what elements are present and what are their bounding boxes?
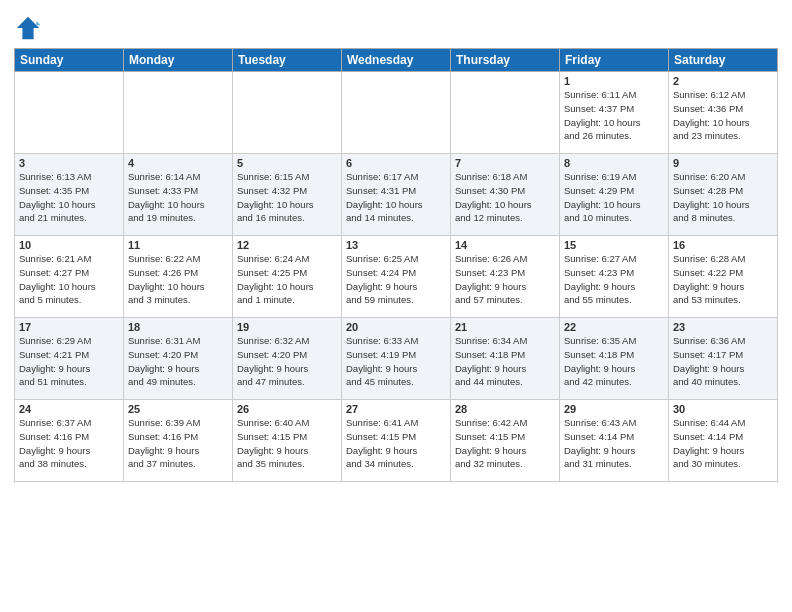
weekday-header: Wednesday [342, 49, 451, 72]
calendar-cell: 1Sunrise: 6:11 AM Sunset: 4:37 PM Daylig… [560, 72, 669, 154]
day-info: Sunrise: 6:31 AM Sunset: 4:20 PM Dayligh… [128, 334, 228, 389]
day-number: 6 [346, 157, 446, 169]
calendar-cell: 13Sunrise: 6:25 AM Sunset: 4:24 PM Dayli… [342, 236, 451, 318]
calendar-cell: 24Sunrise: 6:37 AM Sunset: 4:16 PM Dayli… [15, 400, 124, 482]
day-number: 11 [128, 239, 228, 251]
calendar-week-row: 1Sunrise: 6:11 AM Sunset: 4:37 PM Daylig… [15, 72, 778, 154]
day-info: Sunrise: 6:20 AM Sunset: 4:28 PM Dayligh… [673, 170, 773, 225]
day-number: 13 [346, 239, 446, 251]
weekday-header: Thursday [451, 49, 560, 72]
day-info: Sunrise: 6:24 AM Sunset: 4:25 PM Dayligh… [237, 252, 337, 307]
day-number: 22 [564, 321, 664, 333]
day-number: 17 [19, 321, 119, 333]
calendar-cell [342, 72, 451, 154]
calendar-cell: 21Sunrise: 6:34 AM Sunset: 4:18 PM Dayli… [451, 318, 560, 400]
logo-icon [14, 14, 42, 42]
day-number: 3 [19, 157, 119, 169]
calendar-cell: 29Sunrise: 6:43 AM Sunset: 4:14 PM Dayli… [560, 400, 669, 482]
day-info: Sunrise: 6:32 AM Sunset: 4:20 PM Dayligh… [237, 334, 337, 389]
calendar-cell [451, 72, 560, 154]
calendar-cell: 15Sunrise: 6:27 AM Sunset: 4:23 PM Dayli… [560, 236, 669, 318]
day-number: 27 [346, 403, 446, 415]
day-info: Sunrise: 6:15 AM Sunset: 4:32 PM Dayligh… [237, 170, 337, 225]
day-info: Sunrise: 6:14 AM Sunset: 4:33 PM Dayligh… [128, 170, 228, 225]
header [14, 10, 778, 42]
calendar-week-row: 3Sunrise: 6:13 AM Sunset: 4:35 PM Daylig… [15, 154, 778, 236]
day-info: Sunrise: 6:43 AM Sunset: 4:14 PM Dayligh… [564, 416, 664, 471]
calendar: SundayMondayTuesdayWednesdayThursdayFrid… [14, 48, 778, 482]
calendar-header-row: SundayMondayTuesdayWednesdayThursdayFrid… [15, 49, 778, 72]
day-number: 10 [19, 239, 119, 251]
calendar-cell: 28Sunrise: 6:42 AM Sunset: 4:15 PM Dayli… [451, 400, 560, 482]
day-info: Sunrise: 6:40 AM Sunset: 4:15 PM Dayligh… [237, 416, 337, 471]
day-info: Sunrise: 6:19 AM Sunset: 4:29 PM Dayligh… [564, 170, 664, 225]
day-number: 7 [455, 157, 555, 169]
day-number: 4 [128, 157, 228, 169]
calendar-cell: 7Sunrise: 6:18 AM Sunset: 4:30 PM Daylig… [451, 154, 560, 236]
day-number: 15 [564, 239, 664, 251]
calendar-cell: 18Sunrise: 6:31 AM Sunset: 4:20 PM Dayli… [124, 318, 233, 400]
day-info: Sunrise: 6:22 AM Sunset: 4:26 PM Dayligh… [128, 252, 228, 307]
day-info: Sunrise: 6:35 AM Sunset: 4:18 PM Dayligh… [564, 334, 664, 389]
day-info: Sunrise: 6:18 AM Sunset: 4:30 PM Dayligh… [455, 170, 555, 225]
day-info: Sunrise: 6:25 AM Sunset: 4:24 PM Dayligh… [346, 252, 446, 307]
calendar-cell: 20Sunrise: 6:33 AM Sunset: 4:19 PM Dayli… [342, 318, 451, 400]
day-info: Sunrise: 6:42 AM Sunset: 4:15 PM Dayligh… [455, 416, 555, 471]
calendar-cell [233, 72, 342, 154]
weekday-header: Saturday [669, 49, 778, 72]
day-number: 29 [564, 403, 664, 415]
day-info: Sunrise: 6:28 AM Sunset: 4:22 PM Dayligh… [673, 252, 773, 307]
calendar-cell: 10Sunrise: 6:21 AM Sunset: 4:27 PM Dayli… [15, 236, 124, 318]
calendar-cell: 14Sunrise: 6:26 AM Sunset: 4:23 PM Dayli… [451, 236, 560, 318]
day-number: 28 [455, 403, 555, 415]
day-info: Sunrise: 6:41 AM Sunset: 4:15 PM Dayligh… [346, 416, 446, 471]
day-number: 14 [455, 239, 555, 251]
page: SundayMondayTuesdayWednesdayThursdayFrid… [0, 0, 792, 612]
day-number: 18 [128, 321, 228, 333]
day-number: 24 [19, 403, 119, 415]
day-number: 20 [346, 321, 446, 333]
day-number: 30 [673, 403, 773, 415]
day-info: Sunrise: 6:13 AM Sunset: 4:35 PM Dayligh… [19, 170, 119, 225]
weekday-header: Friday [560, 49, 669, 72]
calendar-cell: 27Sunrise: 6:41 AM Sunset: 4:15 PM Dayli… [342, 400, 451, 482]
calendar-cell: 19Sunrise: 6:32 AM Sunset: 4:20 PM Dayli… [233, 318, 342, 400]
day-number: 23 [673, 321, 773, 333]
day-number: 16 [673, 239, 773, 251]
day-number: 25 [128, 403, 228, 415]
calendar-cell: 25Sunrise: 6:39 AM Sunset: 4:16 PM Dayli… [124, 400, 233, 482]
day-info: Sunrise: 6:44 AM Sunset: 4:14 PM Dayligh… [673, 416, 773, 471]
calendar-cell: 12Sunrise: 6:24 AM Sunset: 4:25 PM Dayli… [233, 236, 342, 318]
calendar-cell: 5Sunrise: 6:15 AM Sunset: 4:32 PM Daylig… [233, 154, 342, 236]
calendar-cell: 30Sunrise: 6:44 AM Sunset: 4:14 PM Dayli… [669, 400, 778, 482]
calendar-cell: 23Sunrise: 6:36 AM Sunset: 4:17 PM Dayli… [669, 318, 778, 400]
calendar-cell: 16Sunrise: 6:28 AM Sunset: 4:22 PM Dayli… [669, 236, 778, 318]
calendar-cell: 3Sunrise: 6:13 AM Sunset: 4:35 PM Daylig… [15, 154, 124, 236]
day-info: Sunrise: 6:36 AM Sunset: 4:17 PM Dayligh… [673, 334, 773, 389]
weekday-header: Monday [124, 49, 233, 72]
calendar-cell: 11Sunrise: 6:22 AM Sunset: 4:26 PM Dayli… [124, 236, 233, 318]
weekday-header: Tuesday [233, 49, 342, 72]
day-info: Sunrise: 6:34 AM Sunset: 4:18 PM Dayligh… [455, 334, 555, 389]
day-number: 12 [237, 239, 337, 251]
day-info: Sunrise: 6:39 AM Sunset: 4:16 PM Dayligh… [128, 416, 228, 471]
calendar-cell: 22Sunrise: 6:35 AM Sunset: 4:18 PM Dayli… [560, 318, 669, 400]
day-info: Sunrise: 6:17 AM Sunset: 4:31 PM Dayligh… [346, 170, 446, 225]
day-info: Sunrise: 6:33 AM Sunset: 4:19 PM Dayligh… [346, 334, 446, 389]
day-info: Sunrise: 6:21 AM Sunset: 4:27 PM Dayligh… [19, 252, 119, 307]
weekday-header: Sunday [15, 49, 124, 72]
calendar-cell: 8Sunrise: 6:19 AM Sunset: 4:29 PM Daylig… [560, 154, 669, 236]
svg-marker-0 [17, 17, 39, 39]
day-info: Sunrise: 6:27 AM Sunset: 4:23 PM Dayligh… [564, 252, 664, 307]
calendar-week-row: 17Sunrise: 6:29 AM Sunset: 4:21 PM Dayli… [15, 318, 778, 400]
day-number: 8 [564, 157, 664, 169]
calendar-body: 1Sunrise: 6:11 AM Sunset: 4:37 PM Daylig… [15, 72, 778, 482]
day-number: 19 [237, 321, 337, 333]
calendar-cell: 26Sunrise: 6:40 AM Sunset: 4:15 PM Dayli… [233, 400, 342, 482]
day-number: 21 [455, 321, 555, 333]
day-number: 5 [237, 157, 337, 169]
calendar-cell: 6Sunrise: 6:17 AM Sunset: 4:31 PM Daylig… [342, 154, 451, 236]
calendar-cell [124, 72, 233, 154]
day-number: 26 [237, 403, 337, 415]
calendar-cell [15, 72, 124, 154]
